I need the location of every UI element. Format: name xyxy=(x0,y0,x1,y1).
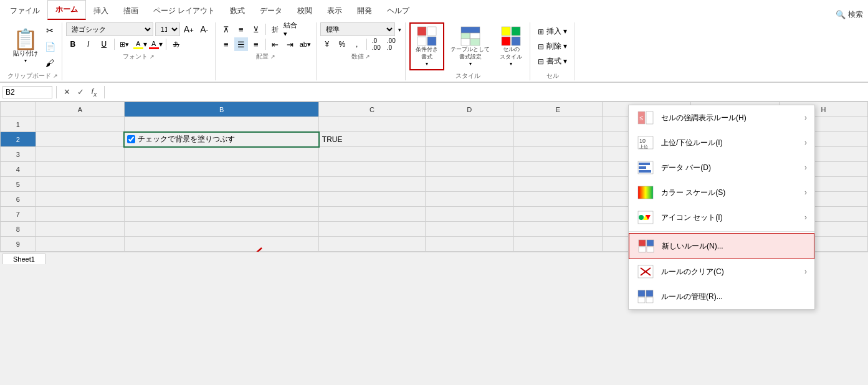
cell-E9[interactable] xyxy=(513,237,602,252)
cell-C7[interactable] xyxy=(319,207,425,222)
cell-E6[interactable] xyxy=(513,192,602,207)
tab-home[interactable]: ホーム xyxy=(47,0,86,20)
tab-dev[interactable]: 開発 xyxy=(350,2,379,20)
bold-button[interactable]: B xyxy=(66,37,80,51)
cell-E7[interactable] xyxy=(513,207,602,222)
cell-B2[interactable]: チェックで背景を塗りつぶす xyxy=(124,132,318,147)
font-family-selector[interactable]: 游ゴシック xyxy=(66,22,153,36)
checkbox-b2[interactable] xyxy=(127,135,135,143)
cell-C3[interactable] xyxy=(319,147,425,162)
strikethrough-button[interactable]: あ xyxy=(169,37,183,51)
cell-D3[interactable] xyxy=(425,147,513,162)
cell-style-button[interactable]: セルのスタイル ▾ xyxy=(496,22,526,70)
cell-D2[interactable] xyxy=(425,132,513,147)
copy-button[interactable]: 📄 xyxy=(43,40,57,54)
tab-data[interactable]: データ xyxy=(252,2,290,20)
col-header-A[interactable]: A xyxy=(36,102,124,117)
col-header-E[interactable]: E xyxy=(513,102,602,117)
cell-B3[interactable] xyxy=(124,147,318,162)
table-format-button[interactable]: テーブルとして書式設定 ▾ xyxy=(447,22,494,70)
insert-button[interactable]: ⊞ 挿入 ▾ xyxy=(534,25,571,38)
currency-button[interactable]: ¥ xyxy=(320,37,334,51)
tab-page-layout[interactable]: ページ レイアウト xyxy=(146,2,222,20)
decimal-increase-button[interactable]: .0.00 xyxy=(370,37,383,51)
comma-button[interactable]: , xyxy=(350,37,364,51)
percent-button[interactable]: % xyxy=(335,37,349,51)
fill-color-button[interactable]: A ▾ xyxy=(133,37,147,51)
cell-C4[interactable] xyxy=(319,162,425,177)
confirm-formula-button[interactable]: ✓ xyxy=(74,86,87,98)
align-middle-button[interactable]: ≡ xyxy=(234,22,248,36)
cell-E3[interactable] xyxy=(513,147,602,162)
cell-E8[interactable] xyxy=(513,222,602,237)
cell-E1[interactable] xyxy=(513,117,602,132)
menu-item-newrule[interactable]: 新しいルール(N)... xyxy=(629,233,814,259)
cell-C6[interactable] xyxy=(319,192,425,207)
cell-reference-input[interactable] xyxy=(2,86,52,98)
tab-insert[interactable]: 挿入 xyxy=(86,2,116,20)
cell-D4[interactable] xyxy=(425,162,513,177)
cell-B5[interactable] xyxy=(124,177,318,192)
cell-B1[interactable] xyxy=(124,117,318,132)
cell-C2[interactable]: TRUE xyxy=(319,132,425,147)
cell-A6[interactable] xyxy=(36,192,124,207)
cell-E2[interactable] xyxy=(513,132,602,147)
cell-B6[interactable] xyxy=(124,192,318,207)
menu-item-topbottom[interactable]: 10 上位 上位/下位ルール(I) › xyxy=(629,130,814,155)
cell-D8[interactable] xyxy=(425,222,513,237)
tab-review[interactable]: 校閲 xyxy=(290,2,320,20)
decrease-font-button[interactable]: A- xyxy=(198,22,211,36)
merge-button[interactable]: 結合▾ xyxy=(284,22,297,36)
tab-help[interactable]: ヘルプ xyxy=(379,2,417,20)
menu-item-colorscale[interactable]: カラー スケール(S) › xyxy=(629,180,814,205)
cell-A7[interactable] xyxy=(36,207,124,222)
align-bottom-button[interactable]: ⊻ xyxy=(249,22,263,36)
italic-button[interactable]: I xyxy=(82,37,95,51)
sheet-tab-1[interactable]: Sheet1 xyxy=(2,254,45,264)
format-button[interactable]: ⊟ 書式 ▾ xyxy=(534,55,571,68)
cell-A4[interactable] xyxy=(36,162,124,177)
text-direction-button[interactable]: ab▾ xyxy=(298,37,312,51)
font-size-selector[interactable]: 11 xyxy=(155,22,180,36)
cell-D5[interactable] xyxy=(425,177,513,192)
menu-item-clearrule[interactable]: ルールのクリア(C) › xyxy=(629,259,814,265)
insert-function-button[interactable]: fx xyxy=(88,86,100,98)
decimal-decrease-button[interactable]: .00.0 xyxy=(384,37,398,51)
cut-button[interactable]: ✂ xyxy=(43,24,57,37)
cell-C5[interactable] xyxy=(319,177,425,192)
cell-A9[interactable] xyxy=(36,237,124,252)
cell-B9[interactable] xyxy=(124,237,318,252)
cell-D7[interactable] xyxy=(425,207,513,222)
cell-D1[interactable] xyxy=(425,117,513,132)
increase-font-button[interactable]: A+ xyxy=(182,22,196,36)
format-painter-button[interactable]: 🖌 xyxy=(43,56,57,70)
cancel-formula-button[interactable]: ✕ xyxy=(60,86,73,98)
indent-increase-button[interactable]: ⇥ xyxy=(284,37,297,51)
cell-C8[interactable] xyxy=(319,222,425,237)
delete-button[interactable]: ⊟ 削除 ▾ xyxy=(534,40,571,53)
cell-E4[interactable] xyxy=(513,162,602,177)
underline-button[interactable]: U xyxy=(97,37,111,51)
font-color-button[interactable]: A ▾ xyxy=(149,37,163,51)
conditional-format-button[interactable]: 条件付き書式 ▾ xyxy=(409,22,444,70)
cell-A2[interactable] xyxy=(36,132,124,147)
cell-D6[interactable] xyxy=(425,192,513,207)
align-center-button[interactable]: ☰ xyxy=(234,37,248,51)
cell-C1[interactable] xyxy=(319,117,425,132)
cell-D9[interactable] xyxy=(425,237,513,252)
menu-item-highlight[interactable]: ≤ セルの強調表示ルール(H) › xyxy=(629,105,814,130)
cell-B7[interactable] xyxy=(124,207,318,222)
tab-view[interactable]: 表示 xyxy=(320,2,350,20)
cell-A5[interactable] xyxy=(36,177,124,192)
align-right-button[interactable]: ≡ xyxy=(249,37,263,51)
align-left-button[interactable]: ≡ xyxy=(219,37,233,51)
cell-A8[interactable] xyxy=(36,222,124,237)
cell-C9[interactable] xyxy=(319,237,425,252)
tab-file[interactable]: ファイル xyxy=(2,2,47,20)
border-button[interactable]: ⊞▾ xyxy=(118,37,131,51)
cell-B4[interactable] xyxy=(124,162,318,177)
cell-B8[interactable] xyxy=(124,222,318,237)
col-header-B[interactable]: B xyxy=(124,102,318,117)
wrap-text-button[interactable]: 折 xyxy=(269,22,282,36)
col-header-D[interactable]: D xyxy=(425,102,513,117)
